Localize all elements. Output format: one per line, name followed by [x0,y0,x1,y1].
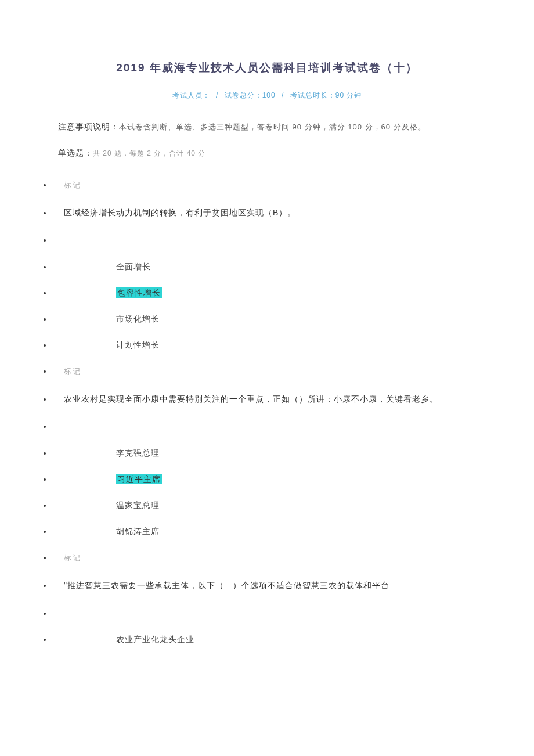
list-item: 习近平主席 [52,472,499,487]
list-item: 包容性增长 [52,286,499,300]
notice-text: 本试卷含判断、单选、多选三种题型，答卷时间 90 分钟，满分 100 分，60 … [119,123,426,131]
score-value: 100 [262,91,276,99]
option[interactable]: 计划性增长 [52,338,160,352]
list-item: 标记 [52,364,499,378]
question-list: 标记 区域经济增长动力机制的转换，有利于贫困地区实现（B）。 全面增长 包容性增… [35,178,499,647]
section-header: 单选题：共 20 题，每题 2 分，合计 40 分 [35,146,499,160]
score-label: 试卷总分： [225,91,262,99]
list-item: 胡锦涛主席 [52,524,499,539]
duration-value: 90 分钟 [335,91,362,99]
option-highlighted: 习近平主席 [116,474,162,484]
list-item: 温家宝总理 [52,498,499,513]
separator: / [216,91,218,99]
list-item [52,419,499,434]
question-text: 农业农村是实现全面小康中需要特别关注的一个重点，正如（）所讲：小康不小康，关键看… [52,390,499,408]
exam-meta: 考试人员： / 试卷总分：100 / 考试总时长：90 分钟 [35,89,499,102]
option[interactable]: 包容性增长 [52,286,162,300]
list-item: 区域经济增长动力机制的转换，有利于贫困地区实现（B）。 [52,204,499,222]
option[interactable]: 胡锦涛主席 [52,524,160,539]
option[interactable]: 农业产业化龙头企业 [52,632,194,647]
list-item: 农业产业化龙头企业 [52,632,499,647]
notice: 注意事项说明：本试卷含判断、单选、多选三种题型，答卷时间 90 分钟，满分 10… [35,120,499,134]
notice-label: 注意事项说明： [58,122,119,131]
option[interactable]: 市场化增长 [52,312,160,326]
question-text: "推进智慧三农需要一些承载主体，以下（ ）个选项不适合做智慧三农的载体和平台 [52,577,499,595]
section-label: 单选题： [58,148,93,157]
mark-label[interactable]: 标记 [52,178,499,192]
list-item: 市场化增长 [52,312,499,326]
option-highlighted: 包容性增长 [116,287,162,298]
examinee-label: 考试人员： [172,91,210,99]
list-item: "推进智慧三农需要一些承载主体，以下（ ）个选项不适合做智慧三农的载体和平台 [52,577,499,595]
list-item: 标记 [52,178,499,192]
list-item [52,606,499,621]
list-item: 计划性增长 [52,338,499,352]
option[interactable]: 温家宝总理 [52,498,160,513]
option[interactable]: 全面增长 [52,260,151,274]
question-text: 区域经济增长动力机制的转换，有利于贫困地区实现（B）。 [52,204,499,222]
list-item: 标记 [52,550,499,564]
separator: / [282,91,284,99]
section-sub: 共 20 题，每题 2 分，合计 40 分 [93,149,205,157]
option[interactable]: 李克强总理 [52,446,160,460]
list-item: 农业农村是实现全面小康中需要特别关注的一个重点，正如（）所讲：小康不小康，关键看… [52,390,499,408]
exam-title: 2019 年威海专业技术人员公需科目培训考试试卷（十） [35,58,499,78]
list-item: 全面增长 [52,260,499,274]
duration-label: 考试总时长： [290,91,335,99]
mark-label[interactable]: 标记 [52,365,499,378]
list-item [52,233,499,247]
list-item: 李克强总理 [52,446,499,460]
option[interactable]: 习近平主席 [52,472,162,487]
mark-label[interactable]: 标记 [52,551,499,564]
